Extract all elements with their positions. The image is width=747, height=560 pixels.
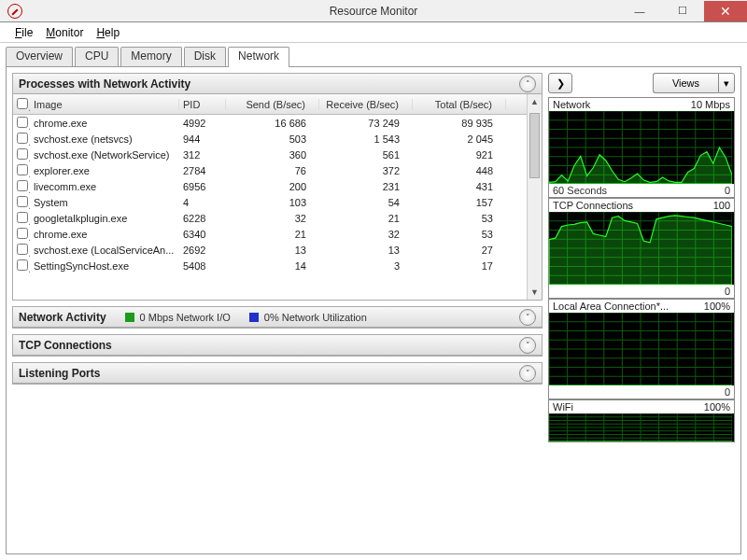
cell-recv: 561 (319, 149, 413, 161)
row-checkbox[interactable] (17, 117, 28, 128)
views-button[interactable]: Views (653, 73, 718, 93)
close-button[interactable]: ✕ (704, 1, 747, 21)
cell-recv: 73 249 (319, 118, 413, 129)
menu-help[interactable]: Help (91, 24, 125, 41)
minimize-button[interactable]: — (618, 1, 661, 21)
graph-title: WiFi (553, 401, 573, 413)
row-checkbox[interactable] (17, 196, 28, 207)
legend-util-text: 0% Network Utilization (264, 312, 367, 323)
collapse-graphs-button[interactable]: ❯ (548, 73, 572, 93)
cell-pid: 4 (179, 197, 226, 208)
scroll-down-icon[interactable]: ▼ (528, 285, 542, 300)
graph-title: TCP Connections (553, 200, 633, 211)
cell-image: svchost.exe (NetworkService) (30, 149, 179, 161)
table-header[interactable]: Image PID Send (B/sec) Receive (B/sec) T… (13, 94, 542, 115)
table-row[interactable]: chrome.exe499216 68673 24989 935 (13, 115, 542, 131)
row-checkbox[interactable] (17, 180, 28, 191)
row-checkbox[interactable] (17, 212, 28, 223)
legend-util-swatch (249, 313, 259, 322)
scroll-thumb[interactable] (529, 113, 540, 178)
cell-pid: 312 (179, 149, 226, 161)
cell-image: svchost.exe (netsvcs) (30, 133, 179, 145)
graph-title: Local Area Connection*... (553, 301, 669, 312)
cell-pid: 944 (179, 133, 226, 145)
tab-overview[interactable]: Overview (6, 47, 73, 67)
tcp-panel-title: TCP Connections (19, 339, 112, 352)
scroll-up-icon[interactable]: ▲ (528, 94, 542, 109)
network-activity-panel: Network Activity 0 Mbps Network I/O 0% N… (12, 306, 543, 329)
cell-recv: 3 (319, 260, 413, 272)
tab-disk[interactable]: Disk (184, 47, 226, 67)
cell-send: 21 (226, 229, 319, 240)
graph-canvas (549, 313, 734, 385)
graph-canvas (549, 413, 734, 441)
cell-pid: 5408 (179, 260, 226, 272)
processes-panel-title: Processes with Network Activity (19, 77, 190, 91)
row-checkbox[interactable] (17, 148, 28, 160)
cell-image: chrome.exe (30, 118, 179, 129)
cell-send: 32 (226, 213, 319, 224)
cell-send: 200 (226, 181, 319, 192)
tab-network[interactable]: Network (228, 47, 289, 67)
cell-recv: 54 (319, 197, 413, 208)
cell-send: 76 (226, 165, 319, 176)
row-checkbox[interactable] (17, 164, 28, 175)
tab-cpu[interactable]: CPU (75, 47, 119, 67)
col-send[interactable]: Send (B/sec) (226, 99, 319, 110)
col-recv[interactable]: Receive (B/sec) (319, 99, 413, 110)
cell-pid: 6956 (179, 181, 226, 192)
expand-icon[interactable]: ˅ (519, 309, 536, 326)
tab-memory[interactable]: Memory (120, 47, 181, 67)
cell-image: chrome.exe (30, 229, 179, 240)
cell-total: 89 935 (413, 118, 506, 129)
cell-image: livecomm.exe (30, 181, 179, 192)
col-image[interactable]: Image (30, 99, 179, 110)
cell-pid: 2692 (179, 245, 226, 256)
menu-monitor[interactable]: Monitor (40, 24, 89, 41)
cell-pid: 6340 (179, 229, 226, 240)
graph-canvas (549, 111, 734, 184)
graph-canvas (549, 212, 734, 285)
select-all-checkbox[interactable] (17, 98, 28, 109)
expand-icon[interactable]: ˅ (519, 337, 536, 354)
cell-send: 14 (226, 260, 319, 272)
vertical-scrollbar[interactable]: ▲ ▼ (527, 94, 542, 300)
table-row[interactable]: System410354157 (13, 194, 542, 210)
table-row[interactable]: livecomm.exe6956200231431 (13, 178, 542, 194)
maximize-button[interactable]: ☐ (661, 1, 704, 21)
tcp-panel-header[interactable]: TCP Connections ˅ (13, 335, 542, 356)
network-activity-header[interactable]: Network Activity 0 Mbps Network I/O 0% N… (13, 307, 542, 328)
table-row[interactable]: svchost.exe (netsvcs)9445031 5432 045 (13, 131, 542, 147)
cell-total: 27 (413, 245, 506, 256)
menu-file[interactable]: File (9, 24, 38, 41)
cell-total: 431 (413, 181, 506, 192)
graph-3: WiFi100% (548, 399, 735, 442)
row-checkbox[interactable] (17, 244, 28, 255)
table-row[interactable]: svchost.exe (LocalServiceAn...2692131327 (13, 242, 542, 258)
processes-panel: Processes with Network Activity ˄ Image … (12, 73, 543, 301)
cell-recv: 32 (319, 229, 413, 240)
row-checkbox[interactable] (17, 259, 28, 271)
cell-total: 2 045 (413, 133, 506, 145)
col-pid[interactable]: PID (179, 99, 226, 110)
views-dropdown-button[interactable]: ▾ (718, 73, 735, 93)
table-row[interactable]: explorer.exe278476372448 (13, 162, 542, 178)
cell-total: 53 (413, 229, 506, 240)
network-activity-title: Network Activity (19, 311, 106, 324)
titlebar[interactable]: Resource Monitor — ☐ ✕ (0, 0, 747, 22)
row-checkbox[interactable] (17, 133, 28, 144)
expand-icon[interactable]: ˅ (519, 365, 536, 382)
collapse-icon[interactable]: ˄ (519, 76, 536, 92)
col-total[interactable]: Total (B/sec) (413, 99, 506, 110)
tcp-connections-panel: TCP Connections ˅ (12, 334, 543, 357)
table-row[interactable]: SettingSyncHost.exe540814317 (13, 258, 542, 273)
table-row[interactable]: googletalkplugin.exe6228322153 (13, 210, 542, 226)
table-row[interactable]: chrome.exe6340213253 (13, 226, 542, 242)
row-checkbox[interactable] (17, 228, 28, 239)
table-row[interactable]: svchost.exe (NetworkService)312360561921 (13, 147, 542, 162)
cell-send: 16 686 (226, 118, 319, 129)
processes-panel-header[interactable]: Processes with Network Activity ˄ (13, 74, 542, 94)
graph-foot-right: 0 (725, 386, 730, 398)
listening-panel-header[interactable]: Listening Ports ˅ (13, 363, 542, 384)
listening-ports-panel: Listening Ports ˅ (12, 362, 543, 385)
